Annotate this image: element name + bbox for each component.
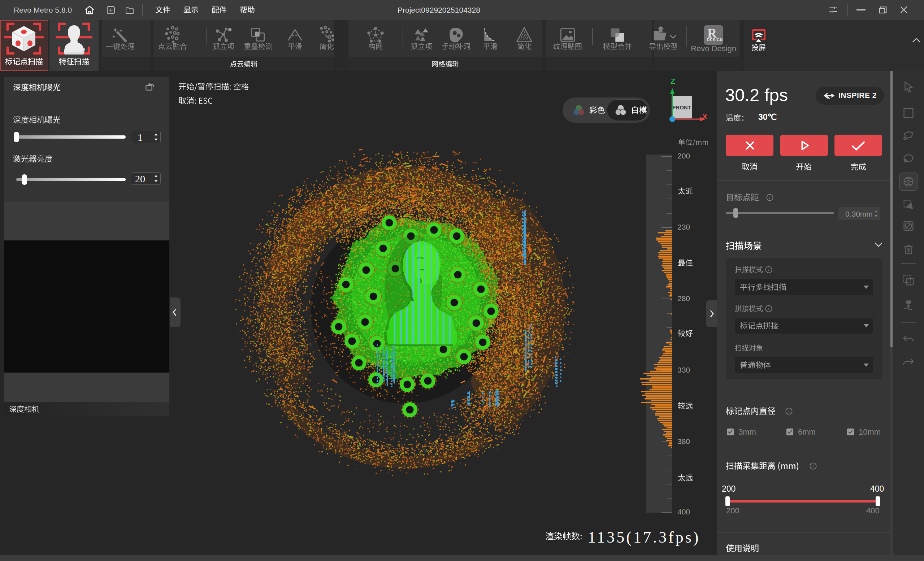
svg-text:i: i xyxy=(788,409,789,414)
svg-text:i: i xyxy=(768,267,769,272)
svg-text:i: i xyxy=(769,195,770,200)
svg-text:i: i xyxy=(768,306,769,311)
svg-text:i: i xyxy=(812,464,813,469)
